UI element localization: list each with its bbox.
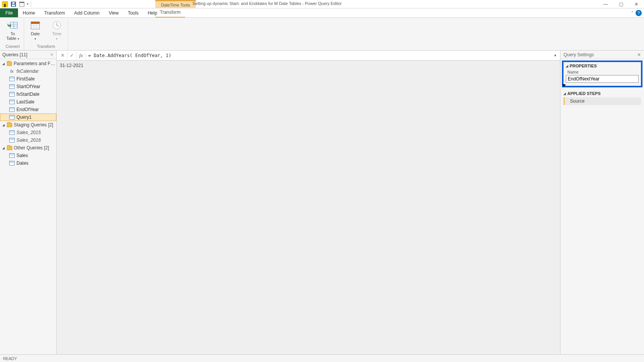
svg-rect-1 — [12, 5, 15, 6]
close-button[interactable]: ✕ — [629, 0, 644, 8]
table-icon — [9, 153, 15, 158]
quick-access-toolbar: ▮ ▾ — [0, 1, 33, 8]
query-item[interactable]: LastSale — [0, 98, 56, 106]
query-group[interactable]: ◢Other Queries [2] — [0, 144, 56, 152]
query-item[interactable]: fxfxCalendar — [0, 67, 56, 75]
properties-header[interactable]: ◢ PROPERTIES — [566, 64, 639, 68]
formula-input[interactable]: = Date.AddYears( EndOfYear, 1) — [86, 53, 552, 58]
group-label: Other Queries [2] — [14, 145, 49, 151]
query-item[interactable]: Sales_2016 — [0, 136, 56, 144]
window-controls: ― ▢ ✕ — [598, 0, 644, 8]
svg-rect-10 — [31, 22, 39, 24]
query-settings-pane: Query Settings ✕ ◢ PROPERTIES Name ➤ ◢ A… — [560, 51, 644, 354]
query-item[interactable]: EndOfYear — [0, 106, 56, 113]
folder-icon — [7, 123, 12, 127]
svg-rect-2 — [12, 2, 15, 4]
table-icon — [9, 130, 15, 135]
title-bar: ▮ ▾ DateTime Tools Setting up dynamic St… — [0, 0, 644, 8]
query-item-label: Sales_2016 — [16, 138, 41, 143]
contextual-tab-group-label: DateTime Tools — [161, 3, 190, 7]
table-icon — [9, 107, 15, 112]
query-item-label: Sales_2015 — [16, 130, 41, 135]
query-item-label: LastSale — [16, 99, 34, 105]
queries-header: Queries [11] ＜ — [0, 51, 56, 59]
caret-icon: ◢ — [564, 92, 566, 95]
queries-collapse-icon[interactable]: ＜ — [49, 51, 54, 58]
ribbon-group-transform: Date▾ Time▾ Transform — [24, 18, 68, 50]
ribbon-collapse-icon[interactable]: ˄ — [631, 11, 633, 15]
ribbon-tabs: File Home Transform Add Column View Tool… — [0, 8, 644, 18]
tab-transform[interactable]: Transform — [39, 8, 69, 17]
contextual-tab-group: DateTime Tools — [155, 0, 196, 8]
query-settings-header: Query Settings ✕ — [560, 51, 644, 59]
table-icon — [9, 100, 15, 104]
tab-home[interactable]: Home — [18, 8, 39, 17]
time-button[interactable]: Time▾ — [49, 19, 65, 44]
applied-step[interactable]: Source — [564, 97, 641, 105]
ribbon-group-convert-title: Convert — [6, 44, 20, 49]
tab-file[interactable]: File — [0, 8, 18, 17]
query-item-label: fxStartDate — [16, 92, 39, 97]
query-item-label: Query1 — [16, 115, 31, 120]
status-bar: READY — [0, 354, 644, 362]
help-icon[interactable]: ? — [636, 10, 642, 16]
tab-tools[interactable]: Tools — [123, 8, 143, 17]
calendar-icon — [29, 20, 41, 31]
query-item[interactable]: Query1 — [0, 113, 56, 121]
query-item[interactable]: StartOfYear — [0, 83, 56, 90]
scalar-value: 31-12-2021 — [60, 63, 83, 68]
qat-dropdown-icon[interactable]: ▾ — [27, 2, 28, 6]
qat-button-icon[interactable] — [18, 1, 25, 8]
document-title: Setting up dynamic Start- and Enddates f… — [192, 1, 598, 6]
to-table-button[interactable]: ToTable ▾ — [5, 19, 21, 44]
data-preview: 31-12-2021 — [57, 61, 560, 354]
maximize-button[interactable]: ▢ — [613, 0, 629, 8]
date-button[interactable]: Date▾ — [27, 19, 43, 44]
caret-icon: ◢ — [2, 146, 5, 150]
query-settings-close-icon[interactable]: ✕ — [637, 52, 641, 57]
query-item-label: EndOfYear — [16, 107, 39, 112]
caret-icon: ◢ — [2, 123, 5, 127]
formula-accept-icon[interactable]: ✓ — [67, 52, 77, 59]
formula-expand-icon[interactable]: ▾ — [552, 53, 559, 57]
applied-steps-section: ◢ APPLIED STEPS Source — [560, 90, 644, 106]
tab-add-column[interactable]: Add Column — [70, 8, 104, 17]
group-label: Staging Queries [2] — [14, 122, 53, 128]
query-item[interactable]: fxStartDate — [0, 90, 56, 98]
ribbon: ToTable ▾ Convert Date▾ Time▾ Transform — [0, 18, 644, 51]
applied-steps-list: Source — [564, 97, 641, 105]
query-item-label: FirstSale — [16, 76, 34, 82]
qat-separator — [31, 2, 31, 7]
folder-icon — [7, 62, 12, 66]
query-item-label: Dates — [16, 161, 28, 166]
query-item[interactable]: Dates — [0, 159, 56, 167]
query-item[interactable]: FirstSale — [0, 75, 56, 83]
formula-bar: ✕ ✓ fx = Date.AddYears( EndOfYear, 1) ▾ — [57, 51, 560, 61]
applied-steps-header[interactable]: ◢ APPLIED STEPS — [564, 91, 641, 96]
query-item-label: StartOfYear — [16, 84, 40, 89]
fx-icon: fx — [9, 69, 15, 74]
query-item[interactable]: Sales_2015 — [0, 129, 56, 136]
table-icon — [9, 161, 15, 165]
minimize-button[interactable]: ― — [598, 0, 613, 8]
tab-view[interactable]: View — [104, 8, 123, 17]
applied-steps-title: APPLIED STEPS — [567, 91, 601, 96]
properties-section: ◢ PROPERTIES Name ➤ — [562, 61, 642, 87]
save-icon[interactable] — [10, 1, 17, 8]
query-group[interactable]: ◢Staging Queries [2] — [0, 121, 56, 129]
properties-title: PROPERTIES — [570, 64, 597, 68]
query-group[interactable]: ◢Parameters and Fu… — [0, 60, 56, 67]
fx-icon[interactable]: fx — [77, 52, 86, 59]
property-name-label: Name — [567, 70, 639, 74]
ribbon-group-transform-title: Transform — [37, 44, 55, 49]
to-table-icon — [7, 20, 19, 31]
query-item[interactable]: Sales — [0, 152, 56, 159]
queries-pane: Queries [11] ＜ ◢Parameters and Fu…fxfxCa… — [0, 51, 57, 354]
table-icon — [9, 77, 15, 81]
caret-icon: ◢ — [2, 62, 5, 66]
formula-cancel-icon[interactable]: ✕ — [58, 52, 67, 59]
query-name-input[interactable] — [566, 75, 639, 83]
table-icon — [9, 92, 15, 97]
tab-ctx-transform[interactable]: Transform — [155, 8, 185, 17]
queries-header-title: Queries [11] — [2, 52, 49, 57]
